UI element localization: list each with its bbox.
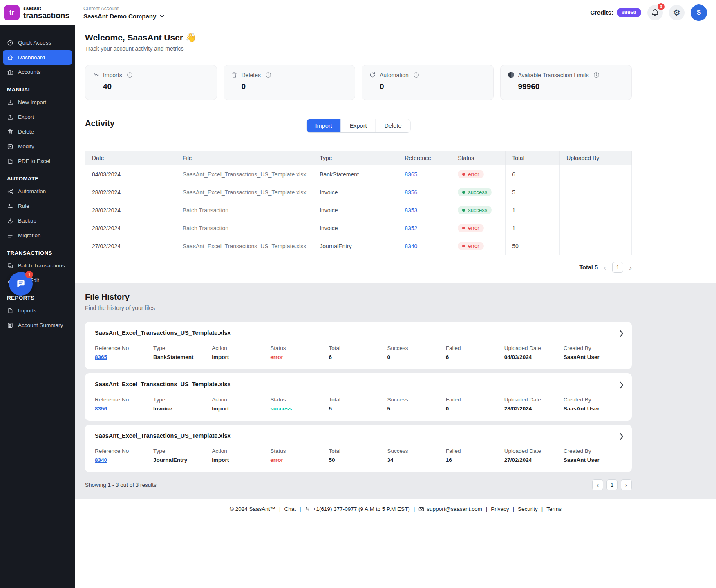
reference-link[interactable]: 8365: [95, 354, 107, 360]
next-page-icon[interactable]: ›: [629, 263, 632, 272]
column-header-total: Total: [506, 151, 560, 165]
column-header-type: Type: [313, 151, 398, 165]
status-badge: success: [458, 188, 492, 196]
file-history-card[interactable]: SaasAnt_Excel_Transactions_US_Template.x…: [85, 322, 632, 369]
metric-label: Deletes: [242, 72, 261, 78]
sidebar-item-label: Quick Access: [18, 40, 51, 46]
cell-type: Invoice: [313, 219, 398, 237]
table-row: 04/03/2024 SaasAnt_Excel_Transactions_US…: [85, 165, 632, 183]
footer-separator: |: [541, 506, 543, 512]
chat-launcher[interactable]: 1: [9, 272, 33, 296]
field-value: Import: [212, 457, 270, 463]
metric-label: Avaliable Transaction Limits: [518, 72, 589, 78]
field-label: Reference No: [95, 448, 153, 454]
file-history-card[interactable]: SaasAnt_Excel_Transactions_US_Template.x…: [85, 425, 632, 472]
reference-link[interactable]: 8356: [405, 189, 417, 196]
field-value: 0: [387, 354, 446, 360]
sidebar-item-dashboard[interactable]: Dashboard: [3, 50, 72, 65]
sidebar-item-pdf-to-excel[interactable]: PDF to Excel: [3, 154, 72, 168]
info-icon[interactable]: [127, 72, 133, 78]
status-dot-icon: [462, 245, 465, 247]
status-dot-icon: [462, 191, 465, 194]
info-icon[interactable]: [265, 72, 271, 78]
prev-page-icon[interactable]: ‹: [604, 263, 606, 272]
reference-link[interactable]: 8340: [95, 457, 107, 463]
layers-icon: [7, 263, 13, 269]
column-header-file: File: [176, 151, 313, 165]
security-link[interactable]: Security: [518, 506, 538, 512]
field-label: Action: [212, 448, 270, 454]
bell-icon: [651, 9, 659, 17]
user-avatar[interactable]: S: [691, 4, 707, 21]
sidebar: Quick Access Dashboard Accounts MANUAL N…: [0, 25, 75, 588]
page-number-button[interactable]: 1: [606, 479, 618, 490]
modify-icon: [7, 143, 13, 150]
chat-unread-badge: 1: [25, 271, 33, 278]
tab-delete[interactable]: Delete: [376, 119, 410, 132]
status-badge: success: [458, 206, 492, 214]
sidebar-item-migration[interactable]: Migration: [3, 228, 72, 243]
field-label: Created By: [564, 448, 622, 454]
tab-export[interactable]: Export: [341, 119, 376, 132]
current-account-label: Current Account: [83, 6, 164, 11]
sidebar-item-modify[interactable]: Modify: [3, 139, 72, 154]
terms-link[interactable]: Terms: [546, 506, 562, 512]
reference-link[interactable]: 8365: [405, 171, 417, 178]
sidebar-item-backup[interactable]: Backup: [3, 214, 72, 228]
privacy-link[interactable]: Privacy: [491, 506, 509, 512]
chevron-right-icon[interactable]: [620, 381, 624, 389]
sidebar-item-label: Migration: [18, 232, 41, 238]
sidebar-item-delete[interactable]: Delete: [3, 125, 72, 139]
chevron-right-icon[interactable]: [620, 433, 624, 440]
info-icon[interactable]: [593, 72, 600, 78]
table-row: 27/02/2024 SaasAnt_Excel_Transactions_US…: [85, 237, 632, 255]
notifications-button[interactable]: 0: [647, 5, 663, 20]
field-value: Invoice: [153, 405, 212, 412]
column-header-date: Date: [85, 151, 176, 165]
status-badge: error: [458, 242, 483, 250]
sidebar-item-batch-transactions[interactable]: Batch Transactions: [3, 258, 72, 273]
phone-link[interactable]: +1(619) 377-0977 (9 A.M to 5 P.M EST): [313, 506, 410, 512]
reference-link[interactable]: 8356: [95, 405, 107, 412]
account-switcher[interactable]: Current Account SaasAnt Demo Company: [83, 6, 164, 20]
reference-link[interactable]: 8340: [405, 243, 417, 249]
list-icon: [7, 232, 13, 239]
sidebar-item-label: Batch Transactions: [18, 263, 65, 269]
copyright-text: © 2024 SaasAnt™: [230, 506, 275, 512]
sidebar-item-account-summary[interactable]: Account Summary: [3, 318, 72, 332]
chat-link[interactable]: Chat: [284, 506, 296, 512]
credits-display: Credits: 99960: [590, 8, 641, 17]
sidebar-item-imports[interactable]: Imports: [3, 303, 72, 318]
page-number-button[interactable]: 1: [612, 262, 623, 273]
field-label: Failed: [446, 396, 504, 403]
reference-link[interactable]: 8353: [405, 207, 417, 214]
file-history-pagination: ‹ 1 ›: [592, 479, 632, 490]
sidebar-item-new-import[interactable]: New Import: [3, 95, 72, 109]
reference-link[interactable]: 8352: [405, 225, 417, 232]
cell-uploaded-by: [560, 165, 632, 183]
document-icon: [7, 158, 13, 165]
prev-page-icon[interactable]: ‹: [592, 479, 603, 490]
sidebar-item-rule[interactable]: Rule: [3, 199, 72, 213]
sidebar-item-label: Account Summary: [18, 322, 63, 328]
sidebar-item-accounts[interactable]: Accounts: [3, 65, 72, 79]
sidebar-item-label: Modify: [18, 143, 34, 149]
main-content: Welcome, SaasAnt User 👋 Track your accou…: [75, 25, 716, 588]
field-label: Type: [153, 448, 212, 454]
sidebar-item-export[interactable]: Export: [3, 110, 72, 124]
sidebar-item-quick-access[interactable]: Quick Access: [3, 36, 72, 50]
sidebar-item-automation[interactable]: Automation: [3, 184, 72, 198]
email-link[interactable]: support@saasant.com: [427, 506, 482, 512]
info-icon[interactable]: [413, 72, 419, 78]
footer-separator: |: [279, 506, 281, 512]
cell-file: SaasAnt_Excel_Transactions_US_Template.x…: [176, 183, 313, 201]
settings-button[interactable]: ⚙: [669, 5, 685, 20]
tab-import[interactable]: Import: [307, 119, 341, 132]
next-page-icon[interactable]: ›: [621, 479, 632, 490]
export-icon: [7, 114, 13, 120]
field-value: BankStatement: [153, 354, 212, 360]
field-label: Total: [329, 448, 387, 454]
chevron-right-icon[interactable]: [620, 330, 624, 337]
cell-total: 6: [506, 165, 560, 183]
file-history-card[interactable]: SaasAnt_Excel_Transactions_US_Template.x…: [85, 373, 632, 421]
